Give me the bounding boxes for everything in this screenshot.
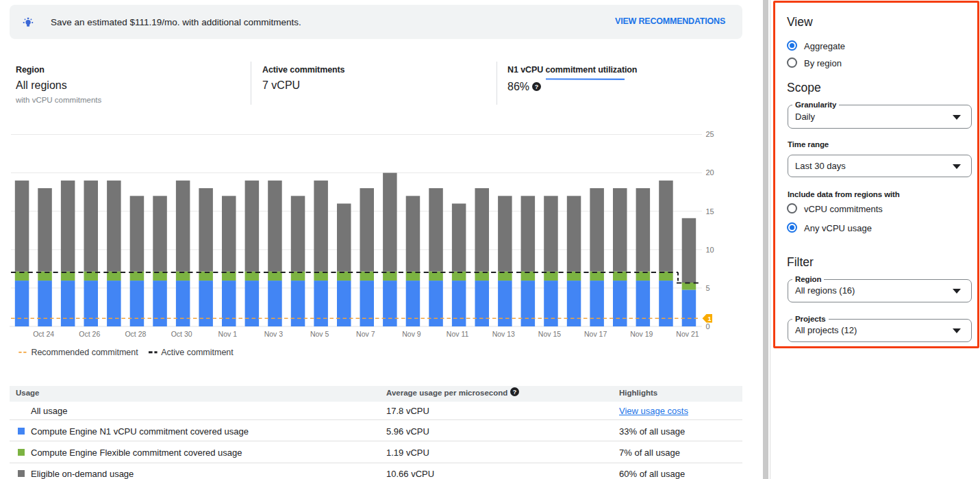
svg-text:?: ? <box>535 83 539 90</box>
svg-text:1: 1 <box>707 315 711 322</box>
svg-text:Oct 26: Oct 26 <box>79 330 100 338</box>
svg-text:Nov 3: Nov 3 <box>264 330 284 338</box>
svg-text:10: 10 <box>706 246 714 254</box>
svg-text:Nov 15: Nov 15 <box>538 330 561 338</box>
svg-text:15: 15 <box>706 207 714 216</box>
svg-text:Nov 11: Nov 11 <box>447 330 469 338</box>
svg-text:Nov 19: Nov 19 <box>630 330 653 338</box>
svg-text:Recommended commitment: Recommended commitment <box>31 348 138 357</box>
svg-text:Oct 30: Oct 30 <box>171 330 192 338</box>
svg-text:0: 0 <box>706 322 710 331</box>
svg-text:Nov 13: Nov 13 <box>492 330 515 338</box>
svg-text:Nov 17: Nov 17 <box>584 330 607 338</box>
svg-text:5: 5 <box>706 284 710 292</box>
svg-text:20: 20 <box>706 168 714 177</box>
svg-text:Active commitment: Active commitment <box>161 348 234 357</box>
svg-text:?: ? <box>513 389 517 396</box>
svg-text:Nov 1: Nov 1 <box>218 330 238 338</box>
svg-text:25: 25 <box>706 130 714 138</box>
svg-text:Nov 9: Nov 9 <box>402 330 421 338</box>
svg-text:Nov 21: Nov 21 <box>676 330 699 338</box>
svg-text:Nov 7: Nov 7 <box>356 330 375 338</box>
svg-text:Oct 24: Oct 24 <box>33 330 54 338</box>
svg-text:Oct 28: Oct 28 <box>125 330 146 338</box>
svg-text:Nov 5: Nov 5 <box>310 330 329 338</box>
